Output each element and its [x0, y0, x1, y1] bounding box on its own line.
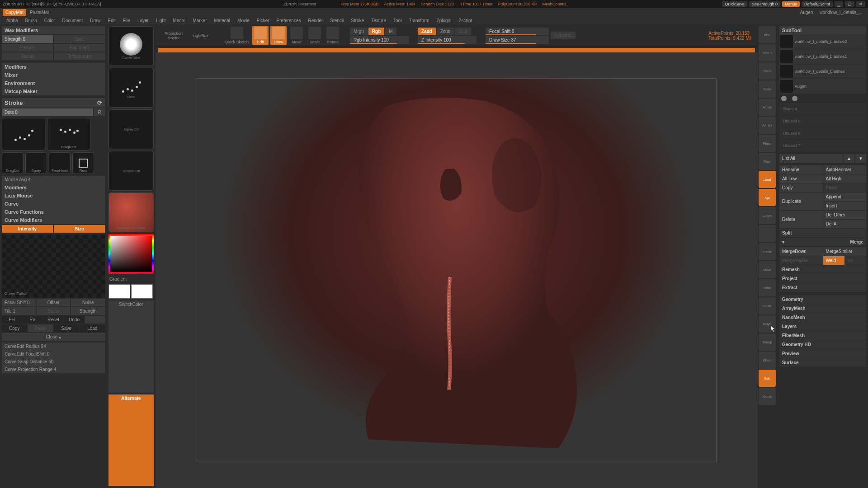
intensity-button[interactable]: Intensity	[2, 225, 53, 233]
noise-button[interactable]: Noise	[71, 299, 105, 306]
stroke-modifiers-header[interactable]: Modifiers	[2, 183, 105, 192]
subtool-row[interactable]: Stone 4	[779, 103, 866, 115]
viewport[interactable]	[156, 52, 758, 488]
undo-button[interactable]: Undo	[64, 316, 84, 324]
accordion-arraymesh[interactable]: ArrayMesh	[779, 304, 866, 313]
sidetool-ghost[interactable]: Ghost	[759, 352, 776, 369]
r-button[interactable]: R	[94, 108, 105, 116]
win-max-button[interactable]: ▢	[845, 1, 854, 7]
sidetool-spix3[interactable]: SPix 3	[759, 44, 776, 61]
sidetool-l.sym[interactable]: L.Sym	[759, 207, 776, 224]
sidetool-move[interactable]: Move	[759, 261, 776, 278]
delall-button[interactable]: Del All	[823, 220, 867, 228]
defaultzscript-button[interactable]: DefaultZScript	[802, 1, 833, 7]
mouseavg-slider[interactable]: Mouse Avg 4	[2, 176, 105, 183]
swatch-secondary[interactable]	[131, 284, 153, 299]
accordion-surface[interactable]: Surface	[779, 358, 866, 367]
menu-alpha[interactable]: Alpha	[3, 17, 22, 24]
subtool-row[interactable]: workflow_I_details_brushes1	[779, 49, 866, 64]
zcut-button[interactable]: Zcut	[455, 28, 471, 35]
redo-button[interactable]	[85, 316, 105, 324]
insert-button[interactable]: Insert	[823, 202, 867, 210]
accordion-fibermesh[interactable]: FiberMesh	[779, 331, 866, 340]
menu-layer[interactable]: Layer	[134, 17, 152, 24]
fv-button[interactable]: FV	[23, 316, 42, 324]
curve-falloff-graph[interactable]: Curve Falloff	[2, 235, 105, 298]
accordion-preview[interactable]: Preview	[779, 349, 866, 358]
save-button[interactable]: Save	[54, 324, 79, 332]
seethrough-slider[interactable]: See-through 0	[749, 1, 780, 7]
menu-movie[interactable]: Movie	[234, 17, 253, 24]
alllow-button[interactable]: All Low	[779, 174, 823, 183]
brush-thumb[interactable]: CurveTube	[108, 26, 154, 66]
dynamic-button[interactable]: Dynamic	[551, 32, 576, 39]
delete-button[interactable]: Delete	[779, 211, 823, 228]
curveedit-radius-slider[interactable]: CurveEdit Radius 94	[2, 343, 105, 350]
win-close-button[interactable]: ✕	[856, 1, 865, 7]
reload-icon[interactable]: ⟳	[97, 99, 102, 106]
accordion-geometryhd[interactable]: Geometry HD	[779, 340, 866, 349]
environment-header[interactable]: Environment	[2, 79, 105, 87]
sidetool-polyf[interactable]: PolyF	[759, 315, 776, 333]
menu-tool[interactable]: Tool	[390, 17, 405, 24]
modifiers-header[interactable]: Modifiers	[2, 63, 105, 71]
append-button[interactable]: Append	[823, 192, 867, 201]
menu-transform[interactable]: Transform	[405, 17, 433, 24]
matcap-maker-header[interactable]: Matcap Maker	[2, 87, 105, 95]
menu-render[interactable]: Render	[305, 17, 327, 24]
rect-thumb[interactable]: Rect	[72, 152, 94, 174]
subtool-row[interactable]: Augen	[779, 79, 866, 94]
sidetool-scale[interactable]: Scale	[759, 279, 776, 296]
autoreorder-button[interactable]: AutoReorder	[823, 165, 867, 174]
menu-marker[interactable]: Marker	[189, 17, 210, 24]
menu-color[interactable]: Color	[41, 17, 59, 24]
win-min-button[interactable]: ▁	[835, 1, 843, 7]
projection-master-button[interactable]: Projection Master	[158, 30, 189, 41]
topbar-workflow[interactable]: workflow_I_details_...	[816, 9, 865, 16]
dots-slider[interactable]: Dots 0	[2, 108, 93, 116]
z-intensity-slider[interactable]: Z Intensity 100	[418, 36, 476, 44]
draw-button[interactable]: Draw	[270, 26, 287, 45]
sidetool-rotate[interactable]: Rotate	[759, 297, 776, 314]
subtool-row[interactable]: Unused 7	[779, 140, 866, 151]
menu-edit[interactable]: Edit	[104, 17, 119, 24]
rotate-button[interactable]: Rotate	[325, 26, 341, 45]
color-picker[interactable]	[108, 234, 154, 274]
allhigh-button[interactable]: All High	[823, 174, 867, 183]
switchcolor-button[interactable]: SwitchColor	[108, 300, 154, 393]
curveedit-focal-slider[interactable]: CurveEdit FocalShift 0	[2, 350, 105, 358]
uv-button[interactable]: Uv	[845, 256, 866, 265]
extract-accordion[interactable]: Extract	[779, 283, 866, 292]
subtool-row[interactable]: Unused 5	[779, 115, 866, 127]
project-accordion[interactable]: Project	[779, 274, 866, 283]
strength2-button[interactable]: Strength	[71, 307, 105, 315]
subtool-row[interactable]: workflow_I_details_brushes	[779, 64, 866, 79]
split-accordion[interactable]: Split	[779, 229, 866, 237]
canvas[interactable]	[197, 78, 717, 462]
eye-icon[interactable]	[792, 96, 797, 101]
curve-header[interactable]: Curve	[2, 200, 105, 208]
sidetool-aahalf[interactable]: AAHalf	[759, 117, 776, 134]
zsub-button[interactable]: Zsub	[437, 28, 454, 35]
sidetool-xpose[interactable]: Xpose	[759, 388, 776, 405]
alpha-thumb[interactable]: Alpha Off	[108, 109, 154, 149]
rgb-button[interactable]: Rgb	[368, 28, 384, 35]
sidetool-transp[interactable]: Transp	[759, 333, 776, 351]
reset-button[interactable]: Reset	[43, 316, 63, 324]
temperature-slider[interactable]: Temperature	[54, 52, 105, 60]
curveproj-slider[interactable]: Curve Projection Range 4	[2, 366, 105, 373]
menus-button[interactable]: Menus	[782, 1, 800, 7]
mixer-header[interactable]: Mixer	[2, 71, 105, 79]
delother-button[interactable]: Del Other	[823, 211, 867, 219]
copy-button2[interactable]: Copy	[779, 183, 823, 192]
spray-thumb[interactable]: Spray	[25, 152, 47, 174]
rgb-intensity-slider[interactable]: Rgb Intensity 100	[350, 36, 409, 44]
subtool-row[interactable]: workflow_I_details_brushes2	[779, 34, 866, 49]
scale-button[interactable]: Scale	[307, 26, 323, 45]
subtool-row[interactable]: Unused 6	[779, 127, 866, 139]
exponent-slider[interactable]: Exponent	[54, 44, 105, 52]
curvemodifiers-header[interactable]: Curve Modifiers	[2, 216, 105, 224]
accordion-geometry[interactable]: Geometry	[779, 295, 866, 304]
menu-brush[interactable]: Brush	[22, 17, 41, 24]
fresnel-slider[interactable]: Fresnel	[2, 44, 53, 52]
